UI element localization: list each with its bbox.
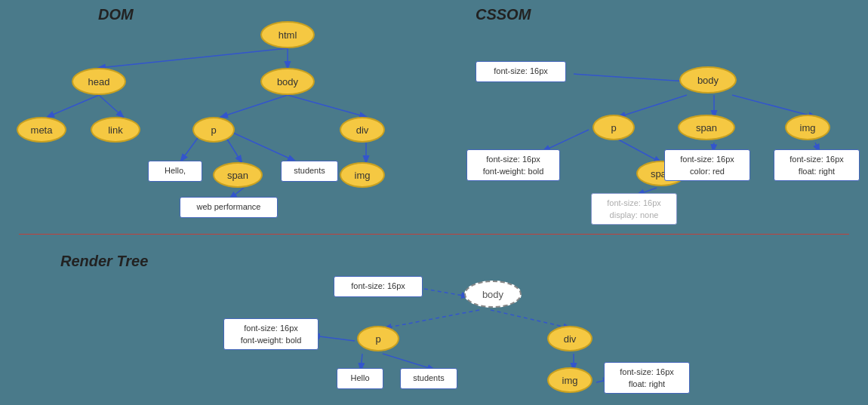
render-body-node: body <box>464 281 522 308</box>
render-img-node: img <box>547 367 593 393</box>
render-fontsize-box: font-size: 16px <box>334 276 423 297</box>
render-hello-box: Hello <box>337 368 383 389</box>
cssom-span-styles-box: font-size: 16pxcolor: red <box>664 149 750 181</box>
svg-line-23 <box>313 336 355 341</box>
dom-span-node: span <box>213 162 263 188</box>
svg-line-15 <box>543 130 589 151</box>
render-p-styles-box: font-size: 16pxfont-weight: bold <box>223 318 319 350</box>
render-p-node: p <box>357 326 399 351</box>
cssom-p-styles-box: font-size: 16pxfont-weight: bold <box>466 149 560 181</box>
divider <box>19 234 849 235</box>
dom-students-box: students <box>281 161 338 182</box>
dom-img-node: img <box>340 162 385 188</box>
cssom-span-node: span <box>678 115 735 140</box>
cssom-title: CSSOM <box>476 6 531 23</box>
svg-line-2 <box>48 95 99 117</box>
cssom-body-node: body <box>679 66 737 94</box>
svg-line-21 <box>385 310 479 328</box>
svg-line-12 <box>619 95 687 117</box>
svg-line-4 <box>221 95 288 117</box>
render-div-node: div <box>547 326 593 351</box>
svg-line-25 <box>383 354 434 370</box>
svg-line-3 <box>99 95 123 117</box>
connection-lines <box>0 0 868 405</box>
svg-line-5 <box>288 95 366 117</box>
svg-line-11 <box>574 74 687 81</box>
render-img-styles-box: font-size: 16pxfloat: right <box>604 362 690 394</box>
svg-line-24 <box>361 354 362 370</box>
svg-line-14 <box>732 95 815 117</box>
dom-title: DOM <box>98 6 134 23</box>
dom-div-node: div <box>340 117 385 143</box>
cssom-img-node: img <box>785 115 830 140</box>
render-students-box: students <box>400 368 457 389</box>
cssom-span2-styles-box: font-size: 16pxdisplay: none <box>591 193 677 225</box>
cssom-img-styles-box: font-size: 16pxfloat: right <box>774 149 860 181</box>
cssom-p-node: p <box>593 115 635 140</box>
cssom-fontsize-box: font-size: 16px <box>476 61 566 82</box>
dom-html-node: html <box>260 21 315 48</box>
diagram-container: DOM CSSOM Render Tree <box>0 0 868 405</box>
dom-head-node: head <box>72 68 126 95</box>
dom-webperf-box: web performance <box>180 197 278 218</box>
svg-line-0 <box>99 48 288 68</box>
svg-line-22 <box>491 310 570 328</box>
dom-p-node: p <box>192 117 235 143</box>
svg-line-20 <box>424 289 468 296</box>
dom-hello-box: Hello, <box>148 161 202 182</box>
svg-line-8 <box>226 130 294 161</box>
dom-link-node: link <box>91 117 140 143</box>
dom-body-node: body <box>260 68 315 95</box>
render-title: Render Tree <box>60 253 148 270</box>
dom-meta-node: meta <box>17 117 66 143</box>
